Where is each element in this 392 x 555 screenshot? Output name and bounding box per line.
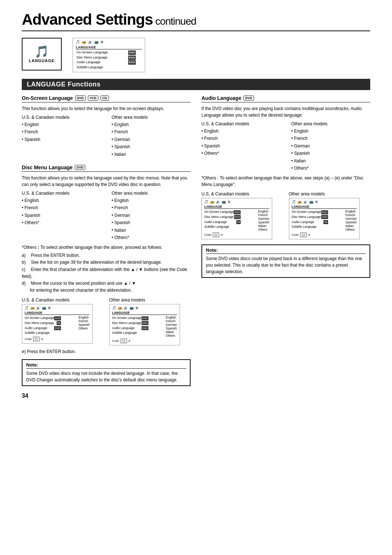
section-banner: LANGUAGE Functions [22, 79, 370, 90]
on-screen-us-list: English French Spanish [22, 121, 101, 143]
list-item: English [22, 197, 101, 204]
list-item: German [112, 136, 191, 143]
audio-other-list: English French German Spanish Italian Ot… [291, 127, 371, 172]
list-item: Spanish [112, 143, 191, 150]
step-e: e) Press the ENTER button. [22, 348, 191, 355]
page-number: 34 [22, 393, 370, 399]
left-column: On-Screen Language DVD VCD CD This funct… [22, 95, 191, 386]
audio-other-screen: 🎵📻🔊📺⚙ LANGUAGE On-Screen LanguageENG Dis… [289, 198, 360, 239]
audio-language-desc: If the DVD video disc you are playing ba… [201, 105, 370, 118]
list-item: Italian [112, 151, 191, 158]
list-item: English [291, 127, 371, 135]
screen-row: Audio LanguageENG [76, 60, 142, 65]
list-item: Italian [112, 227, 191, 234]
step-d: d) Move the cursor to the second positio… [22, 280, 191, 294]
list-item: French [112, 204, 191, 211]
title-text: Advanced Settings [22, 11, 153, 28]
list-item: Spanish [22, 212, 101, 219]
dvd-badge-2: DVD [75, 165, 85, 170]
page-title: Advanced Settings continued [22, 11, 370, 31]
disc-menu-note-text: Some DVD video discs may not include the… [26, 370, 186, 383]
audio-note-title: Note: [206, 247, 366, 254]
disc-menu-note-title: Note: [26, 362, 186, 369]
disc-menu-language-desc: This function allows you to select the l… [22, 175, 191, 188]
disc-menu-language-title: Disc Menu Language DVD [22, 165, 191, 172]
list-item: Spanish [22, 136, 101, 143]
step-b: b) See the list on page 39 for the abbre… [22, 259, 191, 266]
audio-screens-row: U.S. & Canadian models 🎵📻🔊📺⚙ LANGUAGE On… [201, 191, 370, 239]
list-item: French [112, 128, 191, 135]
disc-menu-note-box: Note: Some DVD video discs may not inclu… [22, 359, 191, 386]
list-item: Others* [112, 234, 191, 241]
list-item: Others* [22, 219, 101, 226]
list-item: German [291, 142, 371, 150]
disc-menu-us-models: U.S. & Canadian models English French Sp… [22, 191, 101, 241]
list-item: English [112, 121, 191, 128]
on-screen-language-desc: This function allows you to select the l… [22, 105, 191, 112]
on-screen-language-title: On-Screen Language DVD VCD CD [22, 95, 191, 102]
title-continued: continued [153, 16, 196, 27]
list-item: French [201, 135, 281, 142]
audio-other-screen-col: Other area models 🎵📻🔊📺⚙ LANGUAGE On-Scre… [289, 191, 371, 239]
audio-note-box: Note: Some DVD video discs could be play… [201, 244, 370, 278]
disc-menu-models-grid: U.S. & Canadian models English French Sp… [22, 191, 191, 241]
disc-menu-us-screen: 🎵📻🔊📺⚙ LANGUAGE On-Screen LanguageENG Dis… [22, 304, 93, 343]
step-a: a) Press the ENTER button. [22, 252, 191, 259]
screen-row: On-Screen LanguageENG [76, 50, 142, 55]
list-item: English [112, 197, 191, 204]
disc-menu-other-models: Other area models English French German … [112, 191, 191, 241]
two-col-layout: On-Screen Language DVD VCD CD This funct… [22, 95, 370, 386]
disc-menu-us-list: English French Spanish Others* [22, 197, 101, 227]
screen-preview-table: On-Screen LanguageENG Disc Menu Language… [76, 50, 142, 70]
list-item: Others* [201, 150, 281, 157]
on-screen-us-models: U.S. & Canadian models English French Sp… [22, 115, 101, 158]
list-item: English [201, 127, 281, 135]
screen-preview-icons: 🎵 📻 🔊 📺 ⚙ [76, 40, 142, 44]
screen-row: Subtitle Language [76, 65, 142, 70]
audio-footnote: *Others : To select another language tha… [201, 175, 370, 188]
list-item: French [22, 204, 101, 211]
screen-row: Disc Menu LanguageENG [76, 55, 142, 60]
list-item: Spanish [112, 219, 191, 226]
disc-menu-other-screen: 🎵📻🔊📺⚙ LANGUAGE On-Screen LanguageENG Dis… [109, 304, 180, 345]
disc-menu-screens-row: U.S. & Canadian models 🎵📻🔊📺⚙ LANGUAGE On… [22, 297, 191, 345]
screen-preview: 🎵 📻 🔊 📺 ⚙ LANGUAGE On-Screen LanguageENG… [73, 38, 145, 72]
cd-badge: CD [101, 96, 109, 101]
disc-menu-other-list: English French German Spanish Italian Ot… [112, 197, 191, 241]
audio-language-title: Audio Language DVD [201, 95, 370, 102]
audio-us-screen: 🎵📻🔊📺⚙ LANGUAGE On-Screen LanguageENG Dis… [201, 198, 272, 239]
disc-menu-us-screen-col: U.S. & Canadian models 🎵📻🔊📺⚙ LANGUAGE On… [22, 297, 103, 343]
audio-us-models: U.S. & Canadian models English French Sp… [201, 121, 281, 172]
on-screen-models-grid: U.S. & Canadian models English French Sp… [22, 115, 191, 158]
top-section: 🎵 LANGUAGE 🎵 📻 🔊 📺 ⚙ LANGUAGE On-Screen … [22, 38, 370, 72]
audio-us-screen-col: U.S. & Canadian models 🎵📻🔊📺⚙ LANGUAGE On… [201, 191, 283, 239]
language-icon: 🎵 [34, 46, 49, 57]
list-item: German [112, 212, 191, 219]
disc-menu-other-screen-col: Other area models 🎵📻🔊📺⚙ LANGUAGE On-Scre… [109, 297, 191, 345]
disc-menu-steps: a) Press the ENTER button. b) See the li… [22, 252, 191, 294]
language-icon-box: 🎵 LANGUAGE [22, 38, 62, 70]
audio-note-text: Some DVD video discs could be played bac… [206, 255, 366, 275]
on-screen-other-models: Other area models English French German … [112, 115, 191, 158]
audio-us-list: English French Spanish Others* [201, 127, 281, 157]
dvd-badge-3: DVD [244, 96, 254, 101]
list-item: Italian [291, 157, 371, 165]
language-icon-label: LANGUAGE [29, 58, 55, 63]
disc-menu-footnote: *Others : To select another language tha… [22, 244, 191, 251]
list-item: English [22, 121, 101, 128]
audio-models-grid: U.S. & Canadian models English French Sp… [201, 121, 370, 172]
list-item: French [291, 135, 371, 142]
screen-section-header: LANGUAGE [76, 45, 142, 49]
list-item: Others* [291, 165, 371, 172]
audio-other-models: Other area models English French German … [291, 121, 371, 172]
dvd-badge: DVD [75, 96, 86, 101]
on-screen-other-list: English French German Spanish Italian [112, 121, 191, 158]
right-column: Audio Language DVD If the DVD video disc… [201, 95, 370, 386]
step-c: c) Enter the first character of the abbr… [22, 266, 191, 280]
list-item: French [22, 128, 101, 135]
vcd-badge: VCD [88, 96, 98, 101]
list-item: Spanish [291, 150, 371, 157]
list-item: Spanish [201, 142, 281, 150]
